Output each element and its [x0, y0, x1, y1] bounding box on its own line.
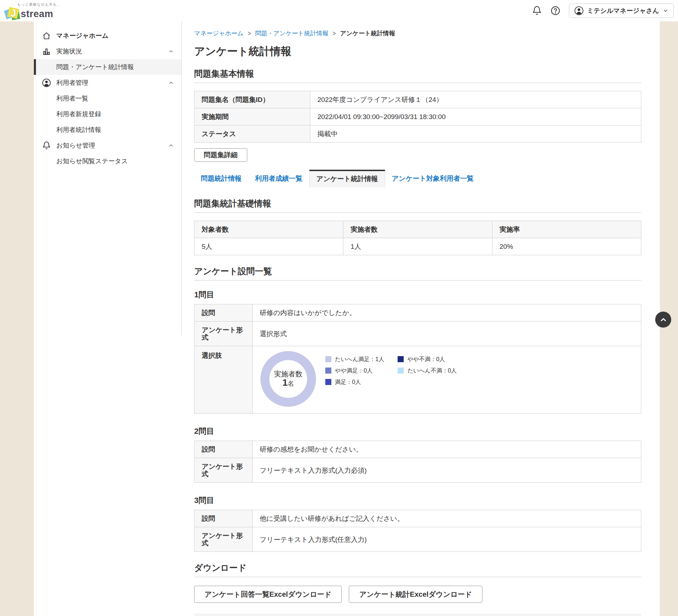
home-icon [42, 31, 51, 41]
footer-bar: 前のページに戻る [194, 614, 641, 616]
help-icon[interactable] [550, 6, 560, 16]
breadcrumb-link-manager-home[interactable]: マネージャホーム [194, 29, 243, 37]
table-row: 5人 1人 20% [195, 238, 641, 255]
tab-survey-stats[interactable]: アンケート統計情報 [309, 170, 385, 188]
content-panel: マネージャホーム 実施状況 問題・アンケート統計情報 [34, 21, 660, 616]
survey-stats-excel-download-button[interactable]: アンケート統計Excelダウンロード [349, 586, 482, 603]
legend-item: たいへん満足：1人 [325, 355, 384, 363]
table-row: 問題集名（問題集ID） 2022年度コンプライアンス研修１（24） [195, 91, 641, 108]
legend-swatch [398, 356, 404, 362]
legend-label: 満足：0人 [335, 378, 361, 386]
column-header: 対象者数 [195, 221, 343, 238]
tab-question-stats[interactable]: 問題統計情報 [194, 170, 248, 188]
user-menu[interactable]: ミテシルマネージャさん [569, 4, 674, 18]
row-label-choices: 選択肢 [195, 346, 253, 414]
chart-legend: たいへん満足：1人 やや満足：0人 満足：0人 [325, 355, 457, 386]
notification-bell-icon[interactable] [532, 6, 542, 16]
user-icon [42, 78, 51, 88]
legend-swatch [325, 368, 331, 374]
sidebar-item-user-new-registration[interactable]: 利用者新規登録 [34, 106, 182, 122]
legend-item: たいへん不満：0人 [398, 367, 456, 374]
table-row: 選択肢 実施者数 1名 たいへん [195, 346, 641, 414]
breadcrumb-separator: > [248, 30, 251, 37]
legend-swatch [325, 379, 331, 385]
chevron-up-icon [659, 315, 668, 324]
row-value: 研修の内容はいかがでしたか。 [253, 304, 641, 322]
section-heading-basic-info: 問題集基本情報 [194, 69, 641, 83]
row-value: 2022年度コンプライアンス研修１（24） [310, 91, 641, 108]
legend-item: 満足：0人 [325, 378, 384, 386]
row-label: ステータス [195, 125, 310, 143]
sidebar-item-question-survey-stats[interactable]: 問題・アンケート統計情報 [34, 59, 182, 75]
table-row: アンケート形式 フリーテキスト入力形式(入力必須) [195, 458, 641, 483]
row-value: 2022/04/01 09:30:00~2099/03/31 18:30:00 [310, 108, 641, 125]
avatar-icon [574, 6, 584, 15]
sidebar-item-label: 実施状況 [56, 47, 82, 56]
donut-chart: 実施者数 1名 [260, 351, 316, 407]
table-row: 設問 研修の内容はいかがでしたか。 [195, 304, 641, 322]
section-heading-download: ダウンロード [194, 563, 641, 577]
breadcrumb-link-question-survey-stats[interactable]: 問題・アンケート統計情報 [255, 29, 328, 37]
sidebar-item-implementation-status[interactable]: 実施状況 [34, 43, 182, 59]
chevron-up-icon [168, 143, 174, 148]
sidebar-item-label: お知らせ閲覧ステータス [56, 157, 128, 165]
basic-info-table: 問題集名（問題集ID） 2022年度コンプライアンス研修１（24） 実施期間 2… [194, 91, 641, 143]
row-label: 実施期間 [195, 108, 310, 125]
legend-swatch [398, 368, 404, 374]
table-row: 設問 研修の感想をお聞かせください。 [195, 441, 641, 458]
row-label: 問題集名（問題集ID） [195, 91, 310, 108]
tab-survey-target-users[interactable]: アンケート対象利用者一覧 [385, 170, 481, 188]
tab-bar: 問題統計情報 利用者成績一覧 アンケート統計情報 アンケート対象利用者一覧 [194, 170, 641, 188]
legend-label: たいへん不満：0人 [407, 367, 456, 374]
sidebar-item-user-list[interactable]: 利用者一覧 [34, 91, 182, 106]
question-2-title: 2問目 [194, 427, 641, 436]
section-heading-base-stats: 問題集統計基礎情報 [194, 199, 641, 213]
table-row: ステータス 掲載中 [195, 125, 641, 143]
table-row: アンケート形式 フリーテキスト入力形式(任意入力) [195, 527, 641, 552]
table-row: 実施期間 2022/04/01 09:30:00~2099/03/31 18:3… [195, 108, 641, 125]
question-set-detail-button[interactable]: 問題集詳細 [194, 148, 247, 162]
bell-icon [42, 141, 51, 150]
breadcrumb-separator: > [333, 30, 336, 37]
row-label: アンケート形式 [195, 527, 253, 552]
sidebar-item-manager-home[interactable]: マネージャホーム [34, 28, 182, 43]
sidebar-item-notice-view-status[interactable]: お知らせ閲覧ステータス [34, 153, 182, 169]
sidebar-item-label: 利用者統計情報 [56, 125, 101, 134]
question-1-table: 設問 研修の内容はいかがでしたか。 アンケート形式 選択形式 選択肢 実施者数 … [194, 304, 641, 414]
chevron-up-icon [168, 80, 174, 86]
row-value: 研修の感想をお聞かせください。 [253, 441, 641, 458]
row-value: 他に受講したい研修があればご記入ください。 [253, 510, 641, 527]
scroll-to-top-button[interactable] [655, 312, 671, 328]
row-label: 設問 [195, 441, 253, 458]
sidebar-item-label: 利用者管理 [56, 78, 88, 87]
question-2-table: 設問 研修の感想をお聞かせください。 アンケート形式 フリーテキスト入力形式(入… [194, 441, 641, 483]
sidebar-item-user-stats[interactable]: 利用者統計情報 [34, 122, 182, 138]
row-value: フリーテキスト入力形式(任意入力) [253, 527, 641, 552]
jstream-logo-icon: J [5, 7, 21, 21]
main-content: マネージャホーム > 問題・アンケート統計情報 > アンケート統計情報 アンケー… [182, 21, 660, 616]
user-name: ミテシルマネージャさん [587, 6, 659, 15]
breadcrumb: マネージャホーム > 問題・アンケート統計情報 > アンケート統計情報 [194, 29, 641, 37]
chevron-down-icon [663, 8, 668, 14]
brand-logo[interactable]: もっと素敵な伝え方を。 J stream [5, 1, 61, 21]
sidebar-item-label: お知らせ管理 [56, 141, 95, 150]
sidebar-item-notice-management[interactable]: お知らせ管理 [34, 138, 182, 153]
legend-item: やや満足：0人 [325, 367, 384, 374]
page-title: アンケート統計情報 [194, 45, 641, 58]
survey-answers-excel-download-button[interactable]: アンケート回答一覧Excelダウンロード [194, 586, 342, 603]
row-value: 選択形式 [253, 322, 641, 346]
brand-name: stream [21, 9, 53, 20]
sidebar: マネージャホーム 実施状況 問題・アンケート統計情報 [34, 21, 182, 169]
breadcrumb-current: アンケート統計情報 [340, 29, 395, 37]
row-label: アンケート形式 [195, 322, 253, 346]
row-label: 設問 [195, 304, 253, 322]
tab-user-grades[interactable]: 利用者成績一覧 [248, 170, 309, 188]
sidebar-item-label: 利用者新規登録 [56, 110, 101, 118]
question-3-table: 設問 他に受講したい研修があればご記入ください。 アンケート形式 フリーテキスト… [194, 510, 641, 552]
sidebar-item-user-management[interactable]: 利用者管理 [34, 75, 182, 91]
base-stats-table: 対象者数 実施者数 実施率 5人 1人 20% [194, 221, 641, 255]
legend-item: やや不満：0人 [398, 355, 456, 363]
table-row: アンケート形式 選択形式 [195, 322, 641, 346]
legend-label: たいへん満足：1人 [335, 355, 384, 363]
table-row: 設問 他に受講したい研修があればご記入ください。 [195, 510, 641, 527]
